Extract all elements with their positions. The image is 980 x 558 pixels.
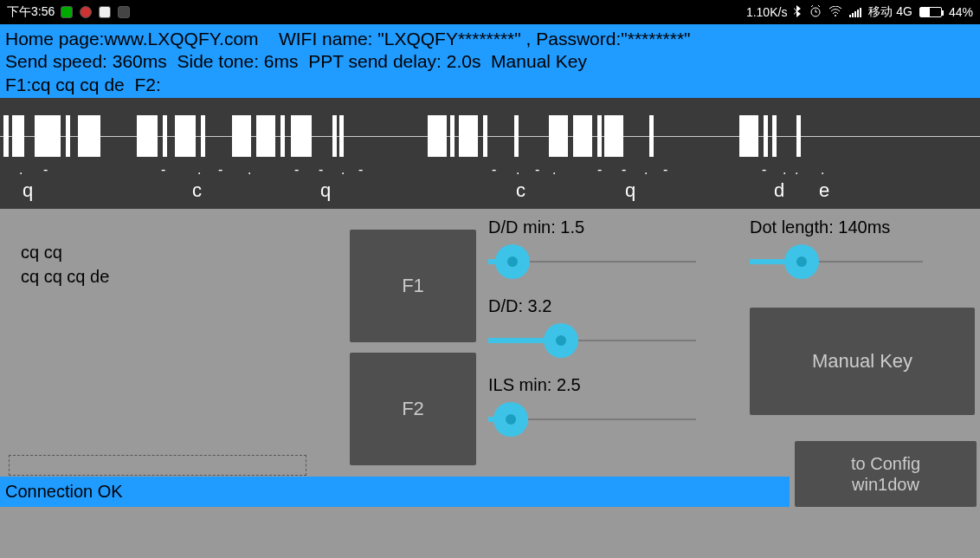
morse-pulse xyxy=(428,115,447,157)
morse-symbol: . xyxy=(341,162,345,178)
ils-min-label: ILS min: 2.5 xyxy=(488,375,713,395)
bluetooth-icon xyxy=(794,5,803,20)
status-bar: 下午3:56 1.10K/s 移动 4G 44% xyxy=(0,0,980,24)
input-placeholder-box[interactable] xyxy=(9,455,306,476)
morse-symbol: - xyxy=(319,162,323,178)
morse-symbol: - xyxy=(762,162,766,178)
morse-pulse xyxy=(163,115,167,157)
morse-symbol: - xyxy=(218,162,222,178)
morse-pulse xyxy=(573,115,592,157)
app-icon-3 xyxy=(98,5,112,19)
morse-decoded-letter: c xyxy=(192,179,202,202)
morse-symbol: - xyxy=(161,162,165,178)
svg-point-1 xyxy=(835,15,836,16)
header-line-2: Send speed: 360ms Side tone: 6ms PPT sen… xyxy=(5,50,975,73)
morse-pulse xyxy=(3,115,9,157)
morse-symbol: - xyxy=(294,162,299,178)
morse-pulse xyxy=(332,115,337,157)
morse-symbol: . xyxy=(248,162,251,178)
dd-label: D/D: 3.2 xyxy=(488,296,713,316)
status-time: 下午3:56 xyxy=(7,4,55,20)
morse-symbol: - xyxy=(358,162,363,178)
morse-symbol: - xyxy=(597,162,602,178)
morse-decoded-letter: q xyxy=(320,179,331,202)
main-panel: cq cq cq cq cq de F1 F2 D/D min: 1.5 D/D… xyxy=(0,209,980,507)
dd-min-label: D/D min: 1.5 xyxy=(488,217,713,237)
morse-decoded-letter: c xyxy=(516,179,525,202)
signal-icon xyxy=(849,7,861,17)
morse-symbol: - xyxy=(622,162,626,178)
morse-pulse xyxy=(459,115,478,157)
morse-symbol: . xyxy=(516,162,519,178)
morse-pulse xyxy=(514,115,519,157)
morse-symbol: - xyxy=(43,162,48,178)
info-header: Home page:www.LXQQFY.com WIFI name: "LXQ… xyxy=(0,24,980,98)
morse-pulse xyxy=(339,115,344,157)
morse-pulse xyxy=(78,115,100,157)
network-speed: 1.10K/s xyxy=(746,5,787,19)
morse-decoded-letter: e xyxy=(819,179,829,202)
manual-key-button[interactable]: Manual Key xyxy=(750,308,975,415)
morse-symbol: . xyxy=(197,162,201,178)
decoded-line-1: cq cq xyxy=(21,240,109,264)
morse-symbol: . xyxy=(795,162,798,178)
morse-symbol: . xyxy=(821,162,824,178)
morse-decoded-letter: d xyxy=(774,179,784,202)
connection-status: Connection OK xyxy=(0,477,790,507)
dot-length-label: Dot length: 140ms xyxy=(750,217,975,237)
morse-decoded-letter: q xyxy=(625,179,635,202)
header-line-1: Home page:www.LXQQFY.com WIFI name: "LXQ… xyxy=(5,28,975,50)
battery-icon xyxy=(919,7,942,17)
dd-min-slider[interactable] xyxy=(488,244,696,279)
morse-symbol: . xyxy=(644,162,648,178)
morse-pulse xyxy=(739,115,758,157)
morse-symbol: - xyxy=(535,162,539,178)
carrier-label: 移动 4G xyxy=(868,4,912,20)
dd-slider[interactable] xyxy=(488,323,696,358)
f1-button[interactable]: F1 xyxy=(350,230,476,342)
wifi-icon xyxy=(828,5,842,19)
morse-pulse xyxy=(35,115,61,157)
morse-pulse xyxy=(649,115,654,157)
morse-pulse xyxy=(450,115,455,157)
battery-percent: 44% xyxy=(949,5,973,19)
decoded-line-2: cq cq cq de xyxy=(21,264,109,289)
header-line-3: F1:cq cq cq de F2: xyxy=(5,74,975,96)
morse-pulse xyxy=(137,115,158,157)
morse-pulse xyxy=(280,115,285,157)
morse-pulse xyxy=(597,115,602,157)
morse-pulse xyxy=(772,115,777,157)
alarm-icon xyxy=(809,5,822,20)
morse-pulse xyxy=(483,115,487,157)
morse-symbol: . xyxy=(19,162,23,178)
app-icon-1 xyxy=(60,5,74,19)
morse-symbol: - xyxy=(663,162,667,178)
morse-decoded-letter: q xyxy=(23,179,33,202)
morse-pulse xyxy=(796,115,801,157)
morse-pulse xyxy=(12,115,24,157)
morse-pulse xyxy=(549,115,568,157)
morse-symbol: . xyxy=(552,162,556,178)
morse-pulse xyxy=(232,115,251,157)
morse-pulse xyxy=(604,115,623,157)
morse-pulse xyxy=(764,115,768,157)
morse-visualizer: .--.-.--.--.-.--.--... qcqcqde xyxy=(0,98,980,209)
morse-symbol: . xyxy=(783,162,786,178)
ils-min-slider[interactable] xyxy=(488,402,696,437)
f2-button[interactable]: F2 xyxy=(350,353,476,465)
decoded-text: cq cq cq cq cq de xyxy=(21,240,109,289)
dot-length-slider[interactable] xyxy=(750,244,923,279)
morse-pulse xyxy=(256,115,275,157)
morse-pulse xyxy=(291,115,312,157)
app-icon-2 xyxy=(79,5,93,19)
app-icon-4 xyxy=(117,5,131,19)
to-config-button[interactable]: to Config win1dow xyxy=(795,441,977,507)
morse-symbol: - xyxy=(492,162,496,178)
morse-pulse xyxy=(201,115,205,157)
morse-pulse xyxy=(66,115,70,157)
morse-pulse xyxy=(175,115,196,157)
